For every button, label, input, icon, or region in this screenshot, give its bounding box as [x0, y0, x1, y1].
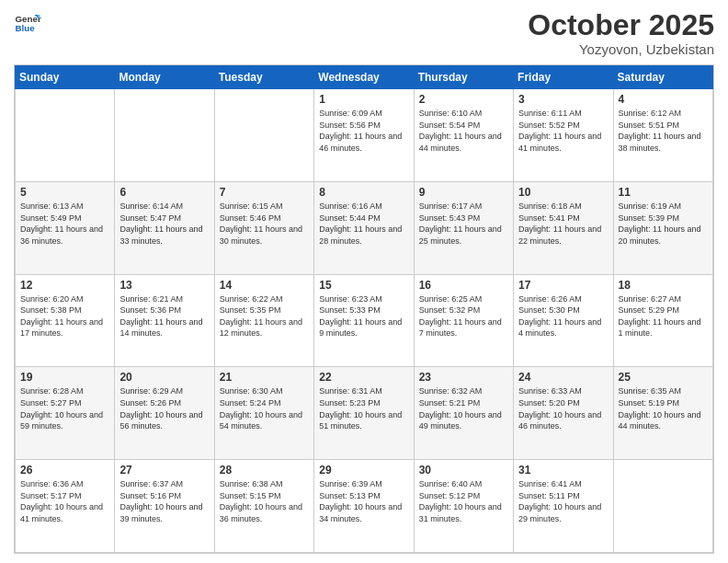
calendar: SundayMondayTuesdayWednesdayThursdayFrid… — [14, 64, 714, 554]
day-number: 22 — [319, 371, 408, 384]
logo-icon: General Blue — [14, 9, 41, 37]
weekday-header-saturday: Saturday — [613, 66, 712, 89]
day-number: 17 — [518, 279, 608, 292]
day-info: Sunrise: 6:23 AMSunset: 5:33 PMDaylight:… — [319, 293, 408, 339]
header: General Blue October 2025 Yozyovon, Uzbe… — [14, 9, 714, 57]
day-number: 20 — [119, 371, 209, 384]
day-info: Sunrise: 6:40 AMSunset: 5:12 PMDaylight:… — [419, 478, 508, 524]
day-info: Sunrise: 6:10 AMSunset: 5:54 PMDaylight:… — [419, 108, 508, 154]
day-number: 11 — [619, 186, 708, 199]
day-info: Sunrise: 6:12 AMSunset: 5:51 PMDaylight:… — [619, 108, 708, 154]
day-number: 18 — [619, 279, 708, 292]
calendar-cell: 31Sunrise: 6:41 AMSunset: 5:11 PMDayligh… — [514, 460, 613, 553]
day-number: 24 — [518, 371, 608, 384]
day-number: 7 — [220, 186, 309, 199]
day-number: 5 — [20, 186, 109, 199]
week-row-1: 1Sunrise: 6:09 AMSunset: 5:56 PMDaylight… — [16, 89, 713, 182]
day-number: 13 — [119, 279, 209, 292]
calendar-cell: 13Sunrise: 6:21 AMSunset: 5:36 PMDayligh… — [115, 274, 214, 367]
day-info: Sunrise: 6:20 AMSunset: 5:38 PMDaylight:… — [20, 293, 109, 339]
day-info: Sunrise: 6:31 AMSunset: 5:23 PMDaylight:… — [319, 385, 408, 431]
calendar-cell: 4Sunrise: 6:12 AMSunset: 5:51 PMDaylight… — [613, 89, 712, 182]
day-info: Sunrise: 6:22 AMSunset: 5:35 PMDaylight:… — [220, 293, 309, 339]
week-row-2: 5Sunrise: 6:13 AMSunset: 5:49 PMDaylight… — [16, 181, 713, 274]
day-number: 21 — [220, 371, 309, 384]
day-info: Sunrise: 6:25 AMSunset: 5:32 PMDaylight:… — [419, 293, 508, 339]
calendar-cell: 12Sunrise: 6:20 AMSunset: 5:38 PMDayligh… — [16, 274, 115, 367]
calendar-cell: 21Sunrise: 6:30 AMSunset: 5:24 PMDayligh… — [214, 367, 313, 460]
calendar-cell: 19Sunrise: 6:28 AMSunset: 5:27 PMDayligh… — [16, 367, 115, 460]
day-info: Sunrise: 6:13 AMSunset: 5:49 PMDaylight:… — [20, 201, 109, 247]
day-info: Sunrise: 6:38 AMSunset: 5:15 PMDaylight:… — [220, 478, 309, 524]
day-number: 15 — [319, 279, 408, 292]
day-number: 6 — [119, 186, 209, 199]
calendar-cell: 10Sunrise: 6:18 AMSunset: 5:41 PMDayligh… — [514, 181, 613, 274]
day-info: Sunrise: 6:35 AMSunset: 5:19 PMDaylight:… — [619, 385, 708, 431]
week-row-4: 19Sunrise: 6:28 AMSunset: 5:27 PMDayligh… — [16, 367, 713, 460]
day-info: Sunrise: 6:27 AMSunset: 5:29 PMDaylight:… — [619, 293, 708, 339]
day-number: 3 — [518, 93, 608, 106]
day-info: Sunrise: 6:09 AMSunset: 5:56 PMDaylight:… — [319, 108, 408, 154]
day-info: Sunrise: 6:14 AMSunset: 5:47 PMDaylight:… — [119, 201, 209, 247]
day-info: Sunrise: 6:33 AMSunset: 5:20 PMDaylight:… — [518, 385, 608, 431]
calendar-cell: 30Sunrise: 6:40 AMSunset: 5:12 PMDayligh… — [414, 460, 513, 553]
calendar-cell — [115, 89, 214, 182]
day-number: 4 — [619, 93, 708, 106]
calendar-cell: 24Sunrise: 6:33 AMSunset: 5:20 PMDayligh… — [514, 367, 613, 460]
day-number: 29 — [319, 464, 408, 477]
calendar-cell: 9Sunrise: 6:17 AMSunset: 5:43 PMDaylight… — [414, 181, 513, 274]
calendar-cell — [613, 460, 712, 553]
calendar-cell — [16, 89, 115, 182]
day-number: 14 — [220, 279, 309, 292]
calendar-cell — [214, 89, 313, 182]
calendar-cell: 28Sunrise: 6:38 AMSunset: 5:15 PMDayligh… — [214, 460, 313, 553]
weekday-header-friday: Friday — [514, 66, 613, 89]
weekday-header-sunday: Sunday — [16, 66, 115, 89]
day-info: Sunrise: 6:21 AMSunset: 5:36 PMDaylight:… — [119, 293, 209, 339]
calendar-cell: 29Sunrise: 6:39 AMSunset: 5:13 PMDayligh… — [314, 460, 414, 553]
calendar-cell: 1Sunrise: 6:09 AMSunset: 5:56 PMDaylight… — [314, 89, 414, 182]
day-number: 9 — [419, 186, 508, 199]
day-number: 12 — [20, 279, 109, 292]
calendar-cell: 23Sunrise: 6:32 AMSunset: 5:21 PMDayligh… — [414, 367, 513, 460]
calendar-cell: 20Sunrise: 6:29 AMSunset: 5:26 PMDayligh… — [115, 367, 214, 460]
day-info: Sunrise: 6:28 AMSunset: 5:27 PMDaylight:… — [20, 385, 109, 431]
day-info: Sunrise: 6:39 AMSunset: 5:13 PMDaylight:… — [319, 478, 408, 524]
calendar-cell: 15Sunrise: 6:23 AMSunset: 5:33 PMDayligh… — [314, 274, 414, 367]
weekday-header-thursday: Thursday — [414, 66, 513, 89]
calendar-cell: 26Sunrise: 6:36 AMSunset: 5:17 PMDayligh… — [16, 460, 115, 553]
calendar-cell: 2Sunrise: 6:10 AMSunset: 5:54 PMDaylight… — [414, 89, 513, 182]
calendar-cell: 5Sunrise: 6:13 AMSunset: 5:49 PMDaylight… — [16, 181, 115, 274]
day-number: 8 — [319, 186, 408, 199]
week-row-3: 12Sunrise: 6:20 AMSunset: 5:38 PMDayligh… — [16, 274, 713, 367]
day-info: Sunrise: 6:18 AMSunset: 5:41 PMDaylight:… — [518, 201, 608, 247]
day-info: Sunrise: 6:30 AMSunset: 5:24 PMDaylight:… — [220, 385, 309, 431]
weekday-header-row: SundayMondayTuesdayWednesdayThursdayFrid… — [16, 66, 713, 89]
day-info: Sunrise: 6:37 AMSunset: 5:16 PMDaylight:… — [119, 478, 209, 524]
calendar-cell: 11Sunrise: 6:19 AMSunset: 5:39 PMDayligh… — [613, 181, 712, 274]
calendar-cell: 22Sunrise: 6:31 AMSunset: 5:23 PMDayligh… — [314, 367, 414, 460]
day-number: 10 — [518, 186, 608, 199]
weekday-header-tuesday: Tuesday — [214, 66, 313, 89]
day-number: 26 — [20, 464, 109, 477]
day-info: Sunrise: 6:16 AMSunset: 5:44 PMDaylight:… — [319, 201, 408, 247]
day-info: Sunrise: 6:11 AMSunset: 5:52 PMDaylight:… — [518, 108, 608, 154]
calendar-cell: 25Sunrise: 6:35 AMSunset: 5:19 PMDayligh… — [613, 367, 712, 460]
calendar-cell: 16Sunrise: 6:25 AMSunset: 5:32 PMDayligh… — [414, 274, 513, 367]
day-info: Sunrise: 6:29 AMSunset: 5:26 PMDaylight:… — [119, 385, 209, 431]
day-number: 27 — [119, 464, 209, 477]
day-number: 28 — [220, 464, 309, 477]
day-number: 23 — [419, 371, 508, 384]
logo: General Blue — [14, 9, 41, 37]
svg-text:Blue: Blue — [16, 23, 36, 33]
day-number: 30 — [419, 464, 508, 477]
calendar-cell: 7Sunrise: 6:15 AMSunset: 5:46 PMDaylight… — [214, 181, 313, 274]
page: General Blue October 2025 Yozyovon, Uzbe… — [0, 0, 728, 563]
calendar-cell: 27Sunrise: 6:37 AMSunset: 5:16 PMDayligh… — [115, 460, 214, 553]
day-number: 31 — [518, 464, 608, 477]
day-info: Sunrise: 6:26 AMSunset: 5:30 PMDaylight:… — [518, 293, 608, 339]
location: Yozyovon, Uzbekistan — [528, 41, 714, 57]
calendar-cell: 18Sunrise: 6:27 AMSunset: 5:29 PMDayligh… — [613, 274, 712, 367]
week-row-5: 26Sunrise: 6:36 AMSunset: 5:17 PMDayligh… — [16, 460, 713, 553]
calendar-cell: 17Sunrise: 6:26 AMSunset: 5:30 PMDayligh… — [514, 274, 613, 367]
